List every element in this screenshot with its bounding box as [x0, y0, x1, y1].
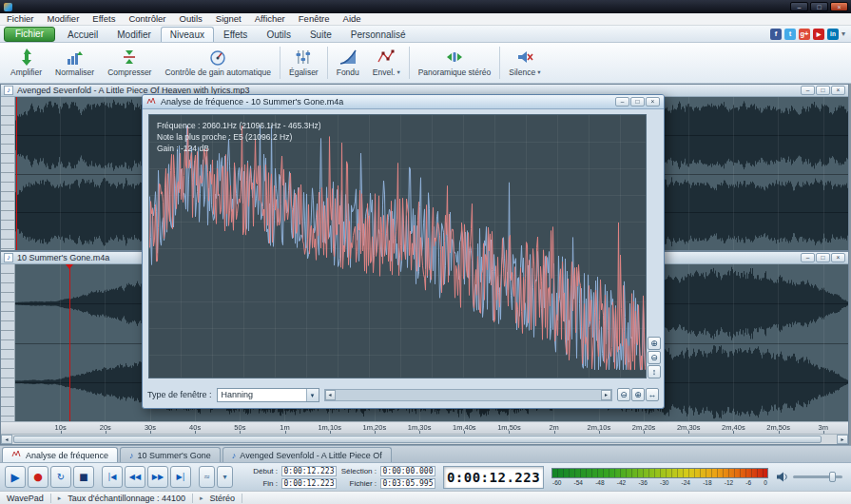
auto-gain-control-button[interactable]: Contrôle de gain automatique [158, 44, 278, 82]
minimize-button[interactable]: – [790, 2, 808, 11]
horizontal-zoom-buttons: ⊖⊕↔ [617, 388, 659, 401]
meter-scale-label: -12 [725, 479, 733, 486]
tab-suite[interactable]: Suite [300, 27, 341, 42]
maximize-button[interactable]: □ [816, 86, 830, 95]
selection-value[interactable]: 0:00:00.000 [380, 466, 435, 476]
toolbar-separator [280, 47, 280, 79]
minimize-button[interactable]: – [801, 86, 815, 95]
scroll-right-icon[interactable]: ▸ [837, 435, 848, 444]
chevron-down-icon[interactable]: ▾ [841, 29, 845, 38]
spectrum-scrollbar[interactable]: ◂ ▸ [324, 389, 612, 401]
tab-effets[interactable]: Effets [214, 27, 257, 42]
tab-personnalise[interactable]: Personnalisé [341, 27, 416, 42]
transport-options-button[interactable]: ▾ [217, 466, 233, 488]
twitter-icon[interactable]: t [784, 29, 796, 40]
tab-fichier[interactable]: Fichier [4, 27, 55, 42]
volume-slider[interactable] [793, 475, 842, 478]
window-type-select[interactable]: Hanning ▾ [217, 388, 319, 402]
timeline-ruler[interactable]: 10s20s30s40s50s1m1m,10s1m,20s1m,30s1m,40… [1, 421, 848, 434]
facebook-icon[interactable]: f [770, 29, 782, 40]
gauge-icon [209, 48, 226, 66]
start-value[interactable]: 0:00:12.223 [281, 466, 337, 476]
amplify-button[interactable]: Amplifier [4, 44, 48, 82]
status-marker-icon: ▸ [58, 494, 62, 502]
menu-item[interactable]: Fichier [0, 13, 41, 25]
google-plus-icon[interactable]: g+ [799, 29, 810, 40]
end-value[interactable]: 0:00:12.223 [281, 478, 337, 489]
envelope-icon [377, 48, 395, 66]
stop-button[interactable]: ■ [73, 466, 94, 488]
maximize-button[interactable]: □ [810, 2, 828, 11]
zoom-button[interactable]: ⊖ [648, 351, 661, 364]
close-button[interactable]: × [646, 97, 660, 107]
equalize-button[interactable]: Égaliser [282, 44, 325, 82]
minimize-button[interactable]: – [801, 253, 815, 262]
normalize-button[interactable]: Normaliser [48, 44, 101, 82]
scrub-button[interactable]: ≈ [199, 466, 215, 488]
scroll-left-icon[interactable]: ◂ [1, 435, 12, 444]
fade-button[interactable]: Fondu [330, 44, 366, 82]
scroll-right-icon[interactable]: ▸ [601, 390, 611, 400]
menu-item[interactable]: Aide [337, 13, 368, 25]
menu-item[interactable]: Effets [86, 13, 122, 25]
speaker-icon[interactable] [776, 469, 788, 486]
loop-button[interactable]: ↻ [50, 466, 71, 488]
fast-forward-button[interactable]: ▶▶ [147, 466, 168, 488]
menu-item[interactable]: Modifier [41, 13, 87, 25]
menu-item[interactable]: Signet [209, 13, 248, 25]
doc-tab-frequency-analysis[interactable]: Analyse de fréquence [2, 447, 118, 462]
pan-icon [446, 48, 463, 66]
menubar: FichierModifierEffetsContrôlerOutilsSign… [0, 13, 851, 26]
volume-slider-thumb[interactable] [829, 472, 836, 482]
file-length-value[interactable]: 0:03:05.995 [380, 478, 435, 489]
envelope-button[interactable]: Envel.▾ [366, 44, 407, 82]
file-length-label: Fichier : [340, 479, 377, 488]
tab-outils[interactable]: Outils [257, 27, 300, 42]
zoom-button[interactable]: ⊖ [617, 388, 630, 401]
timeline-label: 2m,40s [711, 422, 756, 434]
record-button[interactable]: ● [28, 466, 48, 488]
minimize-button[interactable]: – [615, 97, 629, 107]
doc-tab-avenged-sevenfold[interactable]: ♪ Avenged Sevenfold - A Little Piece Of [222, 447, 392, 462]
dialog-titlebar[interactable]: Analyse de fréquence - 10 Summer's Gone.… [143, 95, 664, 109]
zoom-button[interactable]: ⊕ [631, 388, 645, 401]
cursor-marker[interactable] [66, 264, 73, 269]
close-button[interactable]: × [831, 253, 845, 262]
playback-cursor[interactable] [16, 97, 17, 250]
compress-button[interactable]: Compresser [101, 44, 158, 82]
menu-item[interactable]: Contrôler [122, 13, 172, 25]
tab-accueil[interactable]: Accueil [58, 27, 107, 42]
spectrum-plot[interactable]: Fréquence : 2060.1Hz (21096.1Hz - 465.3H… [148, 114, 647, 378]
linkedin-icon[interactable]: in [827, 29, 839, 40]
menu-item[interactable]: Outils [173, 13, 209, 25]
doc-tab-summers-gone[interactable]: ♪ 10 Summer's Gone [120, 447, 221, 462]
menu-item[interactable]: Afficher [248, 13, 292, 25]
toolbar-separator [327, 47, 328, 79]
chevron-down-icon[interactable]: ▾ [306, 389, 319, 401]
rewind-button[interactable]: ◀◀ [125, 466, 145, 488]
zoom-button[interactable]: ↕ [648, 365, 661, 378]
stereo-pan-button[interactable]: Panoramique stéréo [412, 44, 498, 82]
maximize-button[interactable]: □ [630, 97, 645, 107]
close-button[interactable]: × [831, 86, 845, 95]
frequency-readout: Fréquence : 2060.1Hz (21096.1Hz - 465.3H… [157, 120, 320, 131]
silence-button[interactable]: Silence▾ [502, 44, 547, 82]
menu-item[interactable]: Fenêtre [292, 13, 337, 25]
play-button[interactable]: ▶ [5, 466, 26, 488]
go-to-start-button[interactable]: |◀ [102, 466, 123, 488]
maximize-button[interactable]: □ [816, 253, 830, 262]
scrollbar-thumb[interactable] [13, 436, 822, 443]
youtube-icon[interactable]: ▶ [813, 29, 824, 40]
zoom-button[interactable]: ⊕ [648, 337, 661, 350]
scroll-left-icon[interactable]: ◂ [325, 390, 336, 400]
close-button[interactable]: × [830, 2, 848, 11]
horizontal-scrollbar[interactable]: ◂ ▸ [1, 434, 848, 444]
spectrum-canvas[interactable] [149, 115, 646, 378]
amplitude-ruler [1, 264, 15, 421]
meter-scale-label: -18 [703, 479, 711, 486]
tab-niveaux[interactable]: Niveaux [161, 27, 214, 42]
go-to-end-button[interactable]: ▶| [170, 466, 191, 488]
playback-cursor[interactable] [69, 264, 70, 421]
zoom-button[interactable]: ↔ [646, 388, 659, 401]
tab-modifier[interactable]: Modifier [107, 27, 161, 42]
